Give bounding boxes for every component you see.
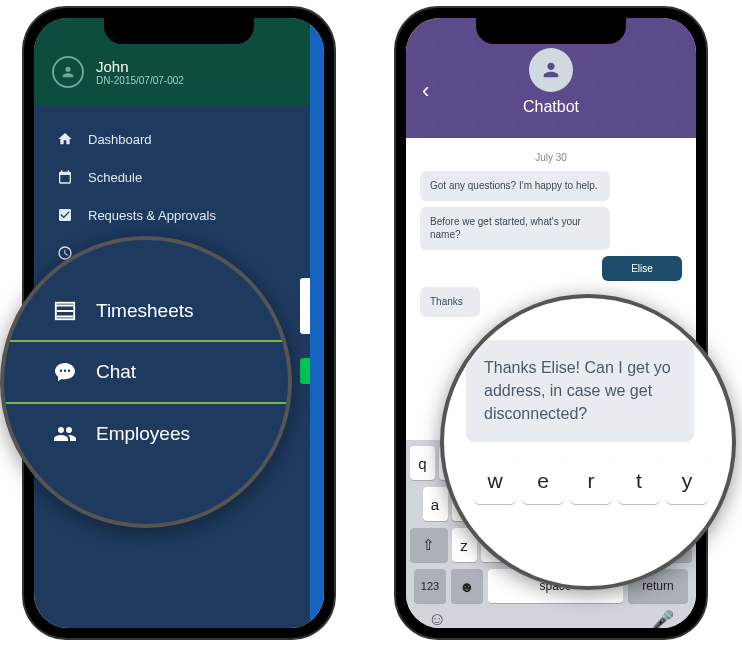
chat-bubble-user: Elise <box>602 256 682 282</box>
sidebar-item-requests[interactable]: Requests & Approvals <box>34 196 310 234</box>
lens-key-e[interactable]: e <box>522 458 564 504</box>
user-id: DN-2015/07/07-002 <box>96 75 184 86</box>
check-square-icon <box>56 207 74 223</box>
lens-item-chat[interactable]: Chat <box>4 340 288 404</box>
lens-key-r[interactable]: r <box>570 458 612 504</box>
app-background-strip <box>310 18 324 628</box>
user-info: John DN-2015/07/07-002 <box>96 58 184 86</box>
sidebar-item-schedule[interactable]: Schedule <box>34 158 310 196</box>
content-peek-green <box>300 358 310 384</box>
chatbot-avatar-icon <box>529 48 573 92</box>
notch <box>476 18 626 44</box>
chat-icon <box>52 360 78 384</box>
menu-label: Dashboard <box>88 132 152 147</box>
mic-icon[interactable]: 🎤 <box>652 609 674 628</box>
key-emoji[interactable]: ☻ <box>451 569 483 603</box>
lens-label: Employees <box>96 423 190 445</box>
chat-bubble-bot: Thanks <box>420 287 480 317</box>
lens-keyboard-slice: w e r t y <box>466 458 732 504</box>
list-icon <box>52 300 78 322</box>
user-name: John <box>96 58 184 75</box>
back-button[interactable]: ‹ <box>422 78 429 104</box>
lens-chat-bubble: Thanks Elise! Can I get yo address, in c… <box>466 340 694 442</box>
home-icon <box>56 131 74 147</box>
lens-label: Chat <box>96 361 136 383</box>
key-a[interactable]: a <box>423 487 448 521</box>
lens-item-timesheets[interactable]: Timesheets <box>4 282 288 340</box>
content-peek-white <box>300 278 310 334</box>
key-123[interactable]: 123 <box>414 569 446 603</box>
calendar-icon <box>56 169 74 185</box>
avatar-icon <box>52 56 84 88</box>
menu-label: Schedule <box>88 170 142 185</box>
key-shift[interactable]: ⇧ <box>410 528 448 562</box>
chat-title: Chatbot <box>406 98 696 116</box>
lens-key-y[interactable]: y <box>666 458 708 504</box>
keyboard-bottom: ☺ 🎤 <box>410 603 692 628</box>
lens-label: Timesheets <box>96 300 194 322</box>
lens-item-employees[interactable]: Employees <box>4 404 288 464</box>
zoom-lens-left: Timesheets Chat Employees <box>0 236 292 528</box>
menu-label: Requests & Approvals <box>88 208 216 223</box>
sidebar-item-dashboard[interactable]: Dashboard <box>34 120 310 158</box>
chat-bubble-bot: Got any questions? I'm happy to help. <box>420 171 610 201</box>
key-q[interactable]: q <box>410 446 435 480</box>
people-icon <box>52 422 78 446</box>
notch <box>104 18 254 44</box>
zoom-lens-right: Thanks Elise! Can I get yo address, in c… <box>440 294 736 590</box>
chat-bubble-bot: Before we get started, what's your name? <box>420 207 610 250</box>
chat-date: July 30 <box>420 148 682 171</box>
lens-key-t[interactable]: t <box>618 458 660 504</box>
emoji-icon[interactable]: ☺ <box>428 609 446 628</box>
lens-key-w[interactable]: w <box>474 458 516 504</box>
